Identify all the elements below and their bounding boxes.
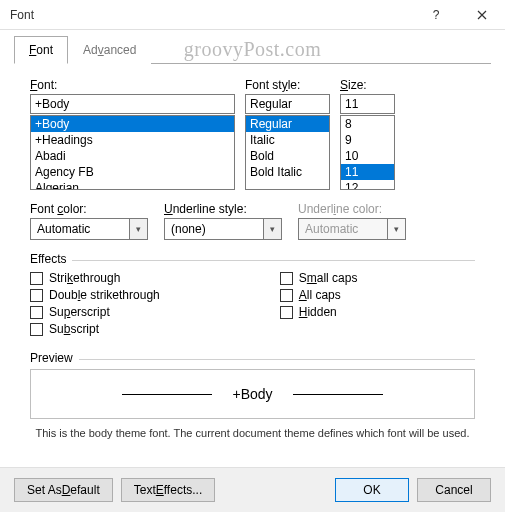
all-caps-checkbox[interactable] (280, 289, 293, 302)
list-item[interactable]: Agency FB (31, 164, 234, 180)
tab-font[interactable]: Font (14, 36, 68, 64)
chevron-down-icon: ▾ (394, 224, 399, 234)
list-item[interactable]: Regular (246, 116, 329, 132)
preview-description: This is the body theme font. The current… (30, 427, 475, 439)
double-strikethrough-label: Double strikethrough (49, 288, 160, 302)
double-strikethrough-checkbox[interactable] (30, 289, 43, 302)
font-listbox[interactable]: +Body +Headings Abadi Agency FB Algerian (30, 115, 235, 190)
subscript-label: Subscript (49, 322, 99, 336)
preview-box: +Body (30, 369, 475, 419)
list-item[interactable]: 8 (341, 116, 394, 132)
preview-group-label: Preview (30, 351, 79, 365)
help-button[interactable]: ? (413, 0, 459, 30)
font-style-listbox[interactable]: Regular Italic Bold Bold Italic (245, 115, 330, 190)
underline-style-dropdown-button[interactable]: ▾ (264, 218, 282, 240)
size-label: Size: (340, 78, 395, 92)
font-input[interactable] (30, 94, 235, 114)
list-item[interactable]: Algerian (31, 180, 234, 190)
list-item[interactable]: Abadi (31, 148, 234, 164)
font-style-label: Font style: (245, 78, 330, 92)
list-item[interactable]: +Headings (31, 132, 234, 148)
underline-style-dropdown[interactable]: (none) (164, 218, 264, 240)
subscript-checkbox[interactable] (30, 323, 43, 336)
list-item[interactable]: Bold (246, 148, 329, 164)
underline-color-dropdown: Automatic (298, 218, 388, 240)
close-button[interactable] (459, 0, 505, 30)
small-caps-checkbox[interactable] (280, 272, 293, 285)
hidden-label: Hidden (299, 305, 337, 319)
font-color-label: Font color: (30, 202, 148, 216)
text-effects-button[interactable]: Text Effects... (121, 478, 216, 502)
strikethrough-label: Strikethrough (49, 271, 120, 285)
font-color-dropdown-button[interactable]: ▾ (130, 218, 148, 240)
list-item[interactable]: Italic (246, 132, 329, 148)
close-icon (477, 10, 487, 20)
dialog-title: Font (10, 8, 413, 22)
all-caps-label: All caps (299, 288, 341, 302)
superscript-checkbox[interactable] (30, 306, 43, 319)
small-caps-label: Small caps (299, 271, 358, 285)
chevron-down-icon: ▾ (270, 224, 275, 234)
ok-button[interactable]: OK (335, 478, 409, 502)
set-as-default-button[interactable]: Set As Default (14, 478, 113, 502)
tab-advanced[interactable]: Advanced (68, 36, 151, 64)
list-item[interactable]: 10 (341, 148, 394, 164)
size-listbox[interactable]: 8 9 10 11 12 (340, 115, 395, 190)
font-style-input[interactable] (245, 94, 330, 114)
superscript-label: Superscript (49, 305, 110, 319)
preview-text: +Body (232, 386, 272, 402)
list-item[interactable]: 11 (341, 164, 394, 180)
list-item[interactable]: +Body (31, 116, 234, 132)
size-input[interactable] (340, 94, 395, 114)
font-color-dropdown[interactable]: Automatic (30, 218, 130, 240)
font-label: Font: (30, 78, 235, 92)
list-item[interactable]: 12 (341, 180, 394, 190)
effects-group-label: Effects (30, 252, 72, 266)
underline-color-label: Underline color: (298, 202, 406, 216)
strikethrough-checkbox[interactable] (30, 272, 43, 285)
underline-style-label: Underline style: (164, 202, 282, 216)
chevron-down-icon: ▾ (136, 224, 141, 234)
list-item[interactable]: Bold Italic (246, 164, 329, 180)
underline-color-dropdown-button: ▾ (388, 218, 406, 240)
cancel-button[interactable]: Cancel (417, 478, 491, 502)
hidden-checkbox[interactable] (280, 306, 293, 319)
list-item[interactable]: 9 (341, 132, 394, 148)
